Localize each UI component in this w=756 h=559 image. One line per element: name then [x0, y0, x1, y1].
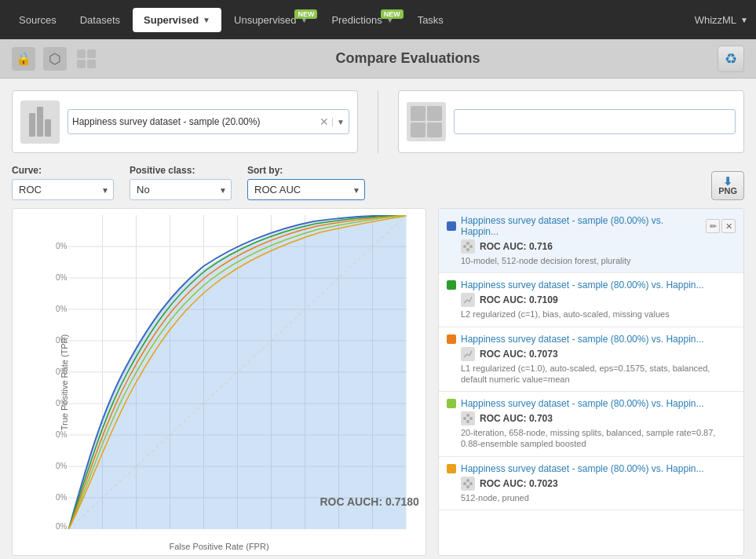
dropdown-arrow-1[interactable]: ▼	[332, 118, 345, 126]
curve-select[interactable]: ROC Lift Precision	[12, 179, 114, 200]
svg-point-45	[469, 245, 473, 248]
result-title-1[interactable]: Happiness survey dataset - sample (80.00…	[461, 280, 736, 290]
nav-supervised-label: Supervised	[144, 14, 199, 26]
roc-auc-chart-label: ROC AUCH: 0.7180	[320, 495, 420, 508]
svg-text:60%: 60%	[56, 336, 68, 345]
result-item-3[interactable]: Happiness survey dataset - sample (80.00…	[439, 392, 743, 457]
whizzml-menu[interactable]: WhizzML ▼	[695, 14, 748, 26]
toolbar-center: Compare Evaluations	[75, 47, 710, 71]
unsupervised-new-badge: NEW	[294, 9, 317, 19]
nav-unsupervised[interactable]: Unsupervised ▼ NEW	[223, 8, 319, 32]
result-header-3: Happiness survey dataset - sample (80.00…	[447, 398, 736, 409]
eval-selector-1: ✕ ▼	[12, 90, 358, 153]
grid-cell-2	[427, 106, 442, 121]
lock-icon[interactable]: 🔒	[12, 47, 35, 71]
result-meta-0: ROC AUC: 0.716	[447, 239, 736, 254]
chart-list-row: True Positive Rate (TPR) False Positive …	[12, 208, 744, 556]
result-meta-4: ROC AUC: 0.7023	[447, 477, 736, 491]
model-icon-2	[461, 347, 475, 361]
result-auc-4: ROC AUC: 0.7023	[480, 478, 558, 489]
svg-rect-2	[77, 60, 86, 68]
result-desc-4: 512-node, pruned	[447, 492, 736, 503]
nav-sources-label: Sources	[19, 14, 57, 26]
predictions-new-badge: NEW	[381, 9, 404, 19]
nav-unsupervised-label: Unsupervised	[234, 14, 297, 26]
result-title-4[interactable]: Happiness survey dataset - sample (80.00…	[461, 463, 736, 474]
roc-chart-svg: 90% 80% 70% 60% 50% 40% 30% 20% 10% 0% 0…	[56, 215, 419, 529]
sort-by-select[interactable]: ROC AUC F1 Accuracy	[247, 179, 365, 200]
toolbar-title: Compare Evaluations	[106, 50, 710, 67]
vertical-divider	[378, 90, 378, 153]
controls-row: Curve: ROC Lift Precision ▼ Positive cla…	[12, 165, 744, 200]
result-item-0[interactable]: Happiness survey dataset - sample (80.00…	[439, 209, 743, 273]
forest-icon	[462, 241, 473, 252]
nav-datasets-label: Datasets	[80, 14, 120, 26]
result-item-2[interactable]: Happiness survey dataset - sample (80.00…	[439, 327, 743, 393]
bar1	[29, 113, 35, 137]
model-icon-3	[461, 411, 475, 426]
svg-rect-1	[87, 49, 96, 58]
model-icon-4	[461, 477, 475, 491]
positive-class-select[interactable]: No Yes	[130, 179, 232, 200]
result-dot-4	[447, 464, 456, 473]
eval-input-2[interactable]	[454, 109, 736, 134]
result-desc-3: 20-iteration, 658-node, missing splits, …	[447, 427, 736, 450]
svg-text:70%: 70%	[56, 305, 68, 313]
positive-class-control: Positive class: No Yes ▼	[130, 165, 232, 200]
curve-label: Curve:	[12, 165, 114, 176]
toolbar: 🔒 ⬡ Compare Evaluations ♻	[0, 39, 756, 79]
results-list[interactable]: Happiness survey dataset - sample (80.00…	[438, 208, 744, 556]
whizzml-arrow: ▼	[740, 16, 748, 24]
result-title-3[interactable]: Happiness survey dataset - sample (80.00…	[461, 398, 736, 409]
eval-bars	[26, 104, 54, 140]
svg-text:20%: 20%	[56, 462, 68, 470]
linear-icon-2	[462, 349, 473, 360]
nav-supervised[interactable]: Supervised ▼	[133, 8, 221, 32]
nav-tasks[interactable]: Tasks	[407, 8, 455, 32]
eval-input-1[interactable]	[72, 116, 320, 127]
result-header-1: Happiness survey dataset - sample (80.00…	[447, 280, 736, 290]
eval-input-wrapper-1: ✕ ▼	[68, 109, 349, 134]
result-title-0[interactable]: Happiness survey dataset - sample (80.00…	[461, 215, 701, 237]
clear-icon-1[interactable]: ✕	[320, 115, 329, 128]
close-action-0[interactable]: ✕	[721, 219, 736, 233]
tree-icon	[462, 478, 473, 489]
svg-point-53	[469, 482, 473, 485]
curve-select-wrapper: ROC Lift Precision ▼	[12, 179, 114, 200]
nav-items-left: Sources Datasets Supervised ▼ Unsupervis…	[8, 8, 455, 32]
model-icon-0	[461, 239, 475, 254]
svg-rect-0	[77, 49, 86, 58]
png-download-arrow: ⬇	[723, 176, 732, 187]
result-title-2[interactable]: Happiness survey dataset - sample (80.00…	[461, 334, 736, 345]
result-item-1[interactable]: Happiness survey dataset - sample (80.00…	[439, 273, 743, 327]
svg-point-50	[466, 420, 469, 423]
nav-predictions[interactable]: Predictions ▼ NEW	[320, 8, 404, 32]
nav-datasets[interactable]: Datasets	[69, 8, 131, 32]
eval-grid-svg	[75, 48, 97, 70]
chart-area: True Positive Rate (TPR) False Positive …	[12, 208, 426, 556]
eval-selectors-row: ✕ ▼	[12, 90, 744, 153]
result-desc-2: L1 regularized (c=1.0), auto-scaled, eps…	[447, 363, 736, 385]
grid-cell-4	[427, 122, 442, 137]
svg-point-46	[466, 248, 469, 251]
result-item-4[interactable]: Happiness survey dataset - sample (80.00…	[439, 457, 743, 510]
svg-point-48	[466, 414, 469, 417]
result-dot-0	[447, 221, 456, 231]
nav-sources[interactable]: Sources	[8, 8, 68, 32]
result-header-2: Happiness survey dataset - sample (80.00…	[447, 334, 736, 345]
edit-action-0[interactable]: ✏	[706, 219, 720, 233]
svg-text:30%: 30%	[56, 430, 68, 439]
result-dot-3	[447, 399, 456, 408]
curve-control: Curve: ROC Lift Precision ▼	[12, 165, 114, 200]
result-dot-1	[447, 280, 456, 290]
png-download-button[interactable]: ⬇ PNG	[711, 171, 744, 200]
result-meta-1: ROC AUC: 0.7109	[447, 293, 736, 307]
svg-text:10%: 10%	[56, 493, 68, 502]
forest-icon-2	[462, 413, 473, 424]
result-meta-2: ROC AUC: 0.7073	[447, 347, 736, 361]
svg-point-49	[469, 417, 473, 420]
grid-cell-3	[411, 122, 425, 137]
network-icon[interactable]: ⬡	[43, 47, 67, 71]
refresh-action[interactable]: ♻	[718, 46, 744, 72]
eval-selector-2	[398, 90, 744, 153]
